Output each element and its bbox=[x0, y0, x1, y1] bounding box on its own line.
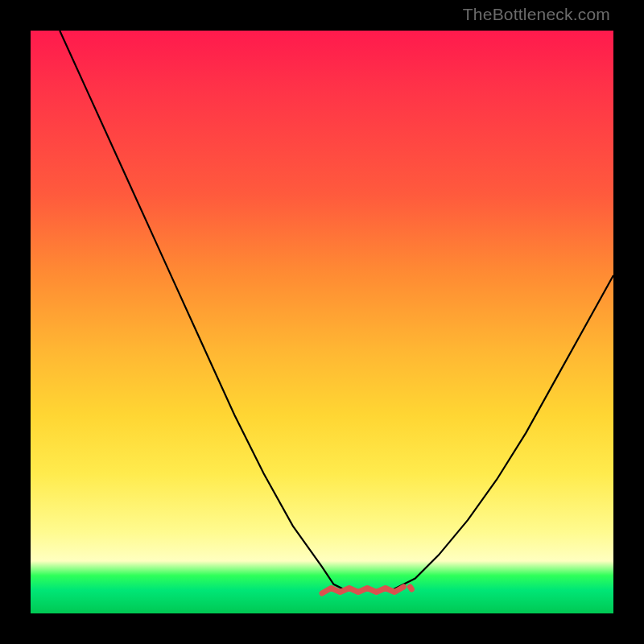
watermark-label: TheBottleneck.com bbox=[463, 5, 610, 24]
curve-layer bbox=[31, 31, 613, 613]
curve-path bbox=[60, 31, 613, 590]
plot-area bbox=[31, 31, 613, 613]
chart-frame: TheBottleneck.com bbox=[0, 0, 644, 644]
valley-highlight bbox=[322, 587, 411, 593]
